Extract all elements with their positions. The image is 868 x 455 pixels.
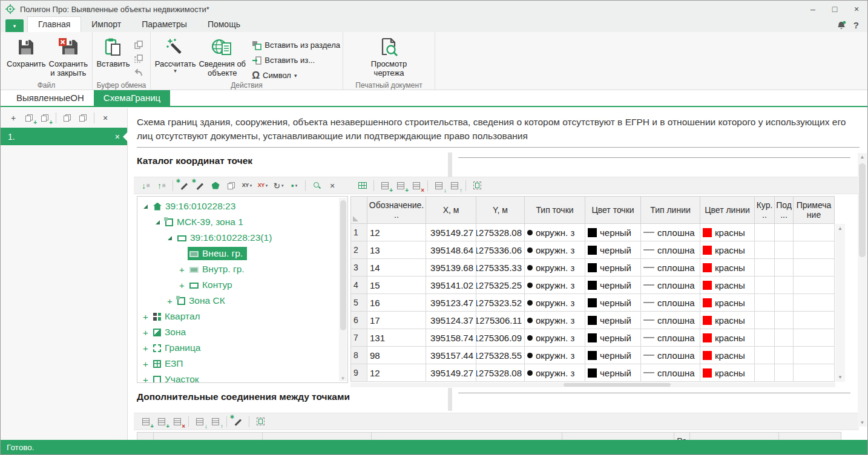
duplicate-object-icon[interactable]: + xyxy=(22,111,36,125)
tree-item[interactable]: МСК-39, зона 1 xyxy=(137,214,347,230)
tree-item[interactable]: +Зона СК xyxy=(137,293,347,309)
expander-collapsed-icon[interactable]: + xyxy=(141,359,150,369)
tree-vertical-scrollbar[interactable]: ▼ xyxy=(339,198,347,381)
cursive-cell[interactable] xyxy=(755,277,775,294)
point-label-cell[interactable]: 14 xyxy=(367,259,426,277)
tab-import[interactable]: Импорт xyxy=(81,17,131,32)
column-header[interactable]: Кур... xyxy=(755,196,775,224)
row-number-cell[interactable]: 3 xyxy=(350,259,367,277)
paste-into-icon[interactable] xyxy=(76,111,90,125)
tree-item-content[interactable]: Контур xyxy=(188,278,237,292)
scrollbar-thumb[interactable] xyxy=(564,383,670,387)
fit-table-icon[interactable] xyxy=(253,415,268,428)
paste-button[interactable]: Вставить xyxy=(95,34,131,71)
cursive-cell[interactable] xyxy=(755,364,775,382)
insert-from-section-button[interactable]: Вставить из раздела xyxy=(252,39,340,51)
scroll-up-arrow-icon[interactable]: ▲ xyxy=(860,154,865,160)
notifications-bell-icon[interactable] xyxy=(837,21,846,30)
column-header[interactable] xyxy=(562,432,674,440)
line-type-cell[interactable]: сплошна xyxy=(641,329,700,347)
column-header[interactable]: Рас xyxy=(674,432,690,440)
delete-row-icon[interactable]: × xyxy=(170,415,185,428)
point-type-cell[interactable]: окружн. з xyxy=(525,241,585,259)
expander-expanded-icon[interactable] xyxy=(153,220,162,224)
tree-item[interactable]: 39:16:010228:23(1) xyxy=(137,230,347,246)
expander-collapsed-icon[interactable]: + xyxy=(141,327,150,338)
line-type-cell[interactable]: сплошна xyxy=(641,294,700,312)
y-coordinate-cell[interactable]: 1275328.55 xyxy=(476,347,525,364)
line-color-cell[interactable]: красны xyxy=(700,224,755,241)
line-type-cell[interactable]: сплошна xyxy=(641,364,700,382)
column-header[interactable]: Под... xyxy=(775,196,794,224)
y-coordinate-cell[interactable]: 1275306.09 xyxy=(476,329,525,347)
move-row-down-icon[interactable]: ↓ xyxy=(432,179,446,192)
table-columns-icon[interactable] xyxy=(355,179,370,192)
column-header[interactable] xyxy=(690,432,779,440)
row-number-cell[interactable]: 2 xyxy=(350,241,367,259)
y-coordinate-cell[interactable]: 1275323.52 xyxy=(476,294,525,312)
tree-item-content[interactable]: Зона xyxy=(151,326,190,339)
point-label-cell[interactable]: 15 xyxy=(367,277,426,294)
tree-item-content[interactable]: Внутр. гр. xyxy=(188,263,249,276)
scrollbar-thumb[interactable] xyxy=(340,200,346,330)
column-header[interactable]: Тип линии xyxy=(641,196,700,224)
line-color-cell[interactable]: красны xyxy=(700,241,755,259)
copy-icon[interactable] xyxy=(133,40,144,49)
copy-contour-icon[interactable] xyxy=(224,179,238,192)
tree-item-content[interactable]: МСК-39, зона 1 xyxy=(163,215,248,229)
tree-item-content[interactable]: 39:16:010228:23(1) xyxy=(176,231,276,244)
column-header[interactable] xyxy=(372,432,562,440)
note-cell[interactable] xyxy=(794,277,835,294)
point-label-cell[interactable]: 98 xyxy=(367,347,426,364)
select-all-corner[interactable] xyxy=(350,196,367,224)
table-row[interactable]: 912395149.271275328.08окружн. зчерныйспл… xyxy=(350,364,845,382)
cursive-cell[interactable] xyxy=(755,259,775,277)
note-cell[interactable] xyxy=(794,364,835,382)
scroll-down-arrow-icon[interactable]: ▼ xyxy=(860,420,865,425)
underline-cell[interactable] xyxy=(775,294,794,312)
tree-item[interactable]: +Граница xyxy=(137,340,347,356)
table-row[interactable]: 7131395158.741275306.09окружн. зчерныйсп… xyxy=(350,329,845,347)
tree-item[interactable]: +Контур xyxy=(137,277,347,293)
auto-connections-icon[interactable]: ∗ xyxy=(231,415,245,428)
insert-row-icon[interactable]: + xyxy=(393,179,408,192)
note-cell[interactable] xyxy=(794,347,835,364)
delete-row-icon[interactable]: × xyxy=(409,179,424,192)
expander-collapsed-icon[interactable]: + xyxy=(141,343,150,353)
underline-cell[interactable] xyxy=(775,241,794,259)
paste-object-icon[interactable] xyxy=(60,111,74,125)
line-color-cell[interactable]: красны xyxy=(700,347,755,364)
expander-collapsed-icon[interactable]: + xyxy=(141,375,150,384)
export-coordinates-icon[interactable]: XY▾ xyxy=(255,179,270,192)
line-color-cell[interactable]: красны xyxy=(700,294,755,312)
expander-collapsed-icon[interactable]: + xyxy=(141,312,150,322)
table-vertical-scrollbar[interactable]: ▲▼ xyxy=(835,224,845,382)
table-row[interactable]: 314395139.681275335.33окружн. зчерныйспл… xyxy=(350,259,845,277)
row-number-cell[interactable]: 1 xyxy=(350,224,367,241)
tree-item[interactable]: +Внутр. гр. xyxy=(137,261,347,277)
note-cell[interactable] xyxy=(794,224,835,241)
note-cell[interactable] xyxy=(794,312,835,329)
underline-cell[interactable] xyxy=(775,312,794,329)
cursive-cell[interactable] xyxy=(755,241,775,259)
x-coordinate-cell[interactable]: 395139.68 xyxy=(426,259,476,277)
point-type-cell[interactable]: окружн. з xyxy=(525,277,585,294)
point-type-cell[interactable]: окружн. з xyxy=(525,364,585,382)
table-row[interactable]: 415395141.021275325.25окружн. зчерныйспл… xyxy=(350,277,845,294)
help-button[interactable]: ? xyxy=(853,20,859,30)
duplicate-into-icon[interactable]: + xyxy=(38,111,52,125)
line-type-cell[interactable]: сплошна xyxy=(641,347,700,364)
app-menu-button[interactable]: ▾ xyxy=(5,19,24,32)
column-header[interactable]: Обозначение... xyxy=(367,196,426,224)
close-contour-icon[interactable] xyxy=(208,179,223,192)
paste-special-icon[interactable] xyxy=(133,54,144,63)
row-number-header[interactable] xyxy=(137,432,154,440)
doc-tab-shema-granic[interactable]: СхемаГраниц xyxy=(94,90,170,106)
add-row-icon[interactable]: + xyxy=(139,415,153,428)
cursive-cell[interactable] xyxy=(755,294,775,312)
tree-item-content[interactable]: ЕЗП xyxy=(151,357,188,370)
point-color-cell[interactable]: черный xyxy=(585,312,641,329)
tree-item-content[interactable]: Участок xyxy=(151,373,203,383)
x-coordinate-cell[interactable]: 395157.44 xyxy=(426,347,476,364)
row-number-cell[interactable]: 6 xyxy=(350,312,367,329)
